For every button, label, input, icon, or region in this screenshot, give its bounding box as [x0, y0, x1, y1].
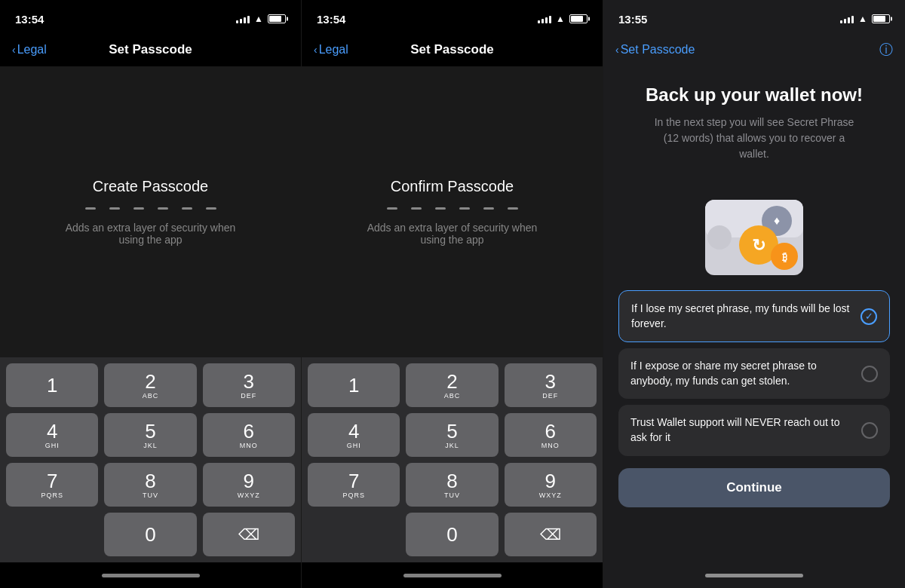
svg-point-2 [707, 225, 732, 250]
dot-2-3 [435, 207, 446, 210]
svg-text:↻: ↻ [752, 236, 765, 255]
key-1-backspace[interactable]: ⌫ [203, 513, 295, 556]
checkbox-item-3[interactable]: Trust Wallet support will NEVER reach ou… [618, 405, 890, 455]
key-2-5[interactable]: 5JKL [406, 413, 498, 457]
nav-back-label-2: Legal [319, 43, 348, 57]
backup-title: Back up your wallet now! [646, 84, 863, 106]
checkbox-item-1[interactable]: If I lose my secret phrase, my funds wil… [618, 290, 890, 342]
wifi-icon-2: ▲ [556, 14, 565, 24]
checkbox-item-2[interactable]: If I expose or share my secret phrase to… [618, 348, 890, 399]
key-2-0[interactable]: 0 [406, 513, 498, 556]
status-bar-2: 13:54 ▲ [302, 0, 603, 33]
status-time-2: 13:54 [317, 13, 345, 26]
home-bar-2 [403, 574, 502, 577]
battery-icon-1 [268, 14, 286, 23]
nav-bar-3: ‹ Set Passcode ⓘ [603, 33, 905, 66]
signal-icon-2 [538, 14, 551, 23]
checkbox-text-3: Trust Wallet support will NEVER reach ou… [630, 415, 852, 445]
checkbox-text-2: If I expose or share my secret phrase to… [630, 359, 852, 388]
key-1-empty [6, 513, 98, 556]
passcode-title-2: Confirm Passcode [391, 178, 514, 195]
key-1-5[interactable]: 5JKL [104, 413, 196, 457]
dot-1-2 [109, 207, 120, 210]
key-1-8[interactable]: 8TUV [104, 463, 196, 507]
key-2-4[interactable]: 4GHI [308, 413, 400, 457]
home-indicator-2 [302, 562, 603, 588]
continue-button[interactable]: Continue [618, 468, 890, 507]
key-2-6[interactable]: 6MNO [505, 413, 597, 457]
key-1-3[interactable]: 3DEF [203, 363, 295, 407]
key-1-6[interactable]: 6MNO [203, 413, 295, 457]
key-1-4[interactable]: 4GHI [6, 413, 98, 457]
dot-1-4 [158, 207, 168, 210]
passcode-content-2: Confirm Passcode Adds an extra layer of … [302, 66, 603, 357]
dot-2-2 [411, 207, 422, 210]
checkbox-circle-2 [861, 366, 878, 382]
nav-back-3[interactable]: ‹ Set Passcode [615, 43, 695, 57]
key-2-empty [308, 513, 400, 556]
checkmark-icon-1: ✓ [865, 311, 873, 322]
signal-icon-1 [236, 14, 250, 23]
home-bar-3 [705, 574, 803, 577]
home-indicator-3 [603, 562, 905, 588]
dot-1-6 [206, 207, 216, 210]
dot-1-5 [182, 207, 192, 210]
nav-bar-2: ‹ Legal Set Passcode [302, 33, 603, 66]
status-time-3: 13:55 [618, 13, 647, 26]
home-bar-1 [102, 574, 200, 577]
info-icon-3[interactable]: ⓘ [879, 41, 893, 59]
status-icons-2: ▲ [538, 14, 587, 24]
battery-icon-2 [569, 14, 587, 23]
key-2-backspace[interactable]: ⌫ [505, 513, 597, 556]
nav-back-label-3: Set Passcode [621, 43, 695, 57]
status-bar-3: 13:55 ▲ [603, 0, 905, 33]
backup-description: In the next step you will see Secret Phr… [649, 115, 860, 162]
svg-text:₿: ₿ [782, 251, 787, 263]
svg-text:♦: ♦ [774, 214, 780, 227]
keypad-2: 1 2ABC 3DEF 4GHI 5JKL 6MNO 7PQRS 8TUV 9W… [302, 357, 603, 562]
passcode-content-1: Create Passcode Adds an extra layer of s… [0, 66, 301, 357]
key-2-9[interactable]: 9WXYZ [505, 463, 597, 507]
status-icons-1: ▲ [236, 14, 286, 24]
passcode-desc-1: Adds an extra layer of security when usi… [53, 222, 249, 246]
dot-2-6 [508, 207, 518, 210]
dot-1-1 [85, 207, 96, 210]
dot-2-4 [459, 207, 470, 210]
checkbox-text-1: If I lose my secret phrase, my funds wil… [631, 302, 851, 331]
dot-1-3 [133, 207, 144, 210]
wallet-illustration: ♦ ↻ ₿ [686, 177, 822, 290]
passcode-desc-2: Adds an extra layer of security when usi… [354, 222, 551, 246]
key-2-7[interactable]: 7PQRS [308, 463, 400, 507]
passcode-dots-2 [387, 207, 518, 210]
screen-create-passcode: 13:54 ▲ ‹ Legal Set Passcode Create Pass… [0, 0, 302, 588]
key-1-9[interactable]: 9WXYZ [203, 463, 295, 507]
key-2-2[interactable]: 2ABC [406, 363, 498, 407]
status-icons-3: ▲ [840, 14, 890, 24]
status-bar-1: 13:54 ▲ [0, 0, 301, 33]
key-2-8[interactable]: 8TUV [406, 463, 498, 507]
nav-back-2[interactable]: ‹ Legal [314, 43, 348, 57]
key-1-7[interactable]: 7PQRS [6, 463, 98, 507]
screen-backup: 13:55 ▲ ‹ Set Passcode ⓘ Back up your wa… [603, 0, 905, 588]
chevron-icon-1: ‹ [12, 44, 16, 56]
home-indicator-1 [0, 562, 301, 588]
nav-title-1: Set Passcode [109, 42, 192, 57]
key-2-3[interactable]: 3DEF [505, 363, 597, 407]
key-1-1[interactable]: 1 [6, 363, 98, 407]
chevron-icon-3: ‹ [615, 44, 619, 56]
key-1-2[interactable]: 2ABC [104, 363, 196, 407]
dot-2-1 [387, 207, 397, 210]
keypad-1: 1 2ABC 3DEF 4GHI 5JKL 6MNO 7PQRS 8TUV 9W… [0, 357, 301, 562]
checkbox-circle-1: ✓ [861, 308, 877, 325]
key-1-0[interactable]: 0 [104, 513, 196, 556]
nav-back-1[interactable]: ‹ Legal [12, 43, 47, 57]
chevron-icon-2: ‹ [314, 44, 318, 56]
screen-confirm-passcode: 13:54 ▲ ‹ Legal Set Passcode Confirm Pas… [302, 0, 603, 588]
passcode-title-1: Create Passcode [93, 178, 208, 195]
battery-icon-3 [872, 14, 890, 23]
status-time-1: 13:54 [15, 13, 44, 26]
key-2-1[interactable]: 1 [308, 363, 400, 407]
checkbox-circle-3 [861, 422, 878, 439]
dot-2-5 [483, 207, 494, 210]
signal-icon-3 [840, 14, 854, 23]
